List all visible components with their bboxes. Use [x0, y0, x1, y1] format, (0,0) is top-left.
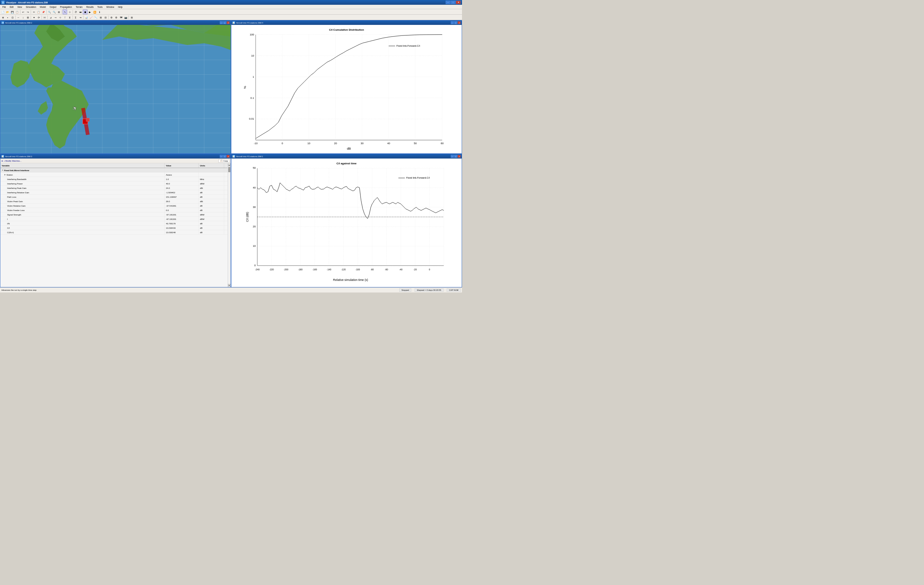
row10-units: dB: [199, 221, 224, 226]
map-maximize[interactable]: □: [223, 21, 226, 24]
tb2-btn11[interactable]: ⊸: [53, 15, 58, 20]
pointer-btn[interactable]: ⊹: [68, 10, 72, 14]
timer-btn[interactable]: ⏱: [74, 10, 78, 14]
tb2-btn12[interactable]: ⊹: [58, 15, 62, 20]
scroll-thumb[interactable]: [228, 167, 230, 172]
maximize-button[interactable]: □: [451, 1, 455, 4]
minimize-button[interactable]: ─: [446, 1, 450, 4]
watch-close[interactable]: ✕: [226, 155, 229, 158]
tb2-btn8[interactable]: ⟳: [36, 15, 41, 20]
zoom-in-btn[interactable]: 🔍: [47, 10, 52, 14]
select-btn[interactable]: ↖: [63, 10, 67, 14]
group-value: [165, 168, 199, 172]
tb2-btn5[interactable]: ↕: [21, 15, 26, 20]
tb2-chart[interactable]: 📊: [84, 15, 89, 20]
tb2-grid[interactable]: ⊟: [103, 15, 108, 20]
info-btn[interactable]: ℹ: [97, 10, 102, 14]
tb2-btn3[interactable]: ⊡: [10, 15, 15, 20]
redo-btn[interactable]: ↪: [26, 10, 30, 14]
map-close[interactable]: ✕: [226, 21, 229, 24]
svg-text:-100: -100: [355, 268, 360, 271]
play-btn[interactable]: ▶: [88, 10, 92, 14]
copy-button[interactable]: 📋 Copy: [218, 159, 229, 163]
ci-dist-maximize[interactable]: □: [454, 21, 457, 24]
tb2-chart2[interactable]: 📈: [89, 15, 93, 20]
sep9: [48, 15, 48, 19]
tb2-btn1[interactable]: ⊕: [1, 15, 5, 20]
toolbar-1: 📄 📂 💾 📋 ↩ ↪ ✂ 📋 📌 🔍 🔍 ⊞ ↖ ⊹ ⏱ ⏮ ⏹ ▶ ⏩ ℹ: [0, 9, 462, 15]
watch-row-1: Interfering Power 40.0 dBW: [0, 181, 228, 186]
svg-text:0: 0: [254, 264, 256, 267]
close-button[interactable]: ✕: [456, 1, 460, 4]
status-right: Stopped Elapsed = 0 days 00:20:55 CAP NU…: [399, 288, 460, 292]
watch-minimize[interactable]: ─: [220, 155, 223, 158]
first-btn[interactable]: ⏮: [78, 10, 83, 14]
map-minimize[interactable]: ─: [220, 21, 223, 24]
paste-btn[interactable]: 📌: [41, 10, 46, 14]
svg-text:C/I (dB): C/I (dB): [246, 212, 249, 222]
new-btn[interactable]: 📄: [1, 10, 5, 14]
menu-propagation[interactable]: Propagation: [58, 5, 74, 9]
sep5: [73, 10, 73, 14]
zoom-out-btn[interactable]: 🔍: [52, 10, 56, 14]
watch-maximize[interactable]: □: [223, 155, 226, 158]
tb2-more[interactable]: ⊞: [129, 15, 134, 20]
ci-time-chart-area: C/I against time C/I (dB) Relative simul…: [231, 159, 462, 287]
tb2-btn10[interactable]: ⊿: [48, 15, 53, 20]
open-btn[interactable]: 📂: [5, 10, 10, 14]
scroll-down[interactable]: ▼: [228, 284, 231, 287]
zoom-fit-btn[interactable]: ⊞: [57, 10, 61, 14]
svg-text:1: 1: [252, 75, 254, 78]
tb2-export[interactable]: ⇥: [78, 15, 83, 20]
tb2-btn7[interactable]: ✦: [32, 15, 36, 20]
ci-time-maximize[interactable]: □: [454, 155, 457, 158]
stop-btn[interactable]: ⏹: [83, 10, 87, 14]
row4-units: dB: [199, 195, 224, 199]
menu-simulation[interactable]: Simulation: [24, 5, 38, 9]
menu-model[interactable]: Model: [38, 5, 48, 9]
tb2-sigma[interactable]: Σ: [74, 15, 78, 20]
tb2-table[interactable]: ⊞: [99, 15, 103, 20]
scroll-up[interactable]: ▲: [228, 164, 231, 166]
ci-time-minimize[interactable]: ─: [451, 155, 454, 158]
watch-table[interactable]: Variable Value Units ▼ Fixed link.Worst …: [0, 163, 228, 287]
tb2-btn13[interactable]: ⊺: [63, 15, 67, 20]
tb2-btn14[interactable]: ⊻: [68, 15, 72, 20]
row8-val: -97.191301: [165, 212, 199, 217]
tb2-map[interactable]: 🗺: [119, 15, 123, 20]
menu-results[interactable]: Results: [84, 5, 96, 9]
add-watches-btn[interactable]: + + Modify Watches...: [2, 159, 21, 162]
row11-scroll: [224, 226, 228, 230]
tb2-chart3[interactable]: 📉: [94, 15, 98, 20]
save-btn[interactable]: 💾: [10, 10, 15, 14]
menu-output[interactable]: Output: [48, 5, 58, 9]
svg-text:-220: -220: [269, 268, 274, 271]
fastfwd-btn[interactable]: ⏩: [93, 10, 97, 14]
watch-group-row: ▼ Fixed link.Worst Interferer: [0, 168, 228, 172]
copy-btn[interactable]: 📋: [36, 10, 41, 14]
watch-scrollbar[interactable]: ▲ ▼: [228, 163, 231, 287]
tb2-settings2[interactable]: ⚙: [114, 15, 119, 20]
tb2-settings[interactable]: ⚙: [109, 15, 114, 20]
menu-window[interactable]: Window: [105, 5, 116, 9]
tb2-btn2[interactable]: •: [5, 15, 10, 20]
ci-time-close[interactable]: ✕: [457, 155, 460, 158]
undo-btn[interactable]: ↩: [21, 10, 26, 14]
menu-terrain[interactable]: Terrain: [74, 5, 84, 9]
saveas-btn[interactable]: 📋: [15, 10, 20, 14]
tb2-btn4[interactable]: ↔: [16, 15, 21, 20]
tb2-btn6[interactable]: ⊞: [26, 15, 30, 20]
cut-btn[interactable]: ✂: [32, 10, 36, 14]
tb2-btn9[interactable]: (x): [43, 15, 47, 20]
ci-dist-minimize[interactable]: ─: [451, 21, 454, 24]
tb2-cam[interactable]: 📷: [124, 15, 128, 20]
menu-file[interactable]: File: [1, 5, 8, 9]
menu-edit[interactable]: Edit: [8, 5, 15, 9]
svg-text:%: %: [243, 86, 247, 89]
menu-help[interactable]: Help: [116, 5, 124, 9]
svg-rect-21: [86, 118, 90, 121]
ci-dist-close[interactable]: ✕: [457, 21, 460, 24]
svg-text:40: 40: [253, 186, 256, 189]
menu-view[interactable]: View: [16, 5, 24, 9]
menu-tools[interactable]: Tools: [96, 5, 104, 9]
